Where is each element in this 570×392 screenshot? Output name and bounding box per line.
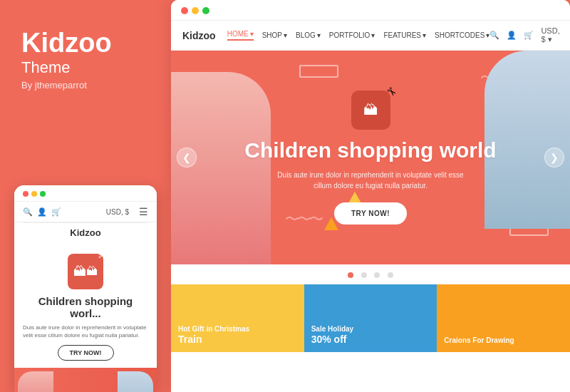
- search-icon[interactable]: 🔍: [489, 31, 499, 40]
- carousel-dot-1[interactable]: [348, 272, 353, 278]
- hero-next-arrow[interactable]: ❯: [544, 148, 564, 167]
- cart-icon[interactable]: 🛒: [524, 31, 534, 40]
- desktop-navbar: Kidzoo HOME ▾ SHOP ▾ BLOG ▾ PORTFOLIO ▾ …: [171, 21, 570, 51]
- kid-right-image: [484, 51, 570, 229]
- product-card-sale[interactable]: Sale Holiday 30% off: [304, 284, 437, 352]
- mobile-search-icon: 🔍: [23, 207, 33, 217]
- nav-icons-right: 🔍 👤 🛒 USD, $ ▾: [489, 26, 559, 44]
- mobile-dot-green: [40, 191, 46, 197]
- currency-selector[interactable]: USD, $ ▾: [541, 26, 559, 44]
- browser-dot-green: [202, 7, 209, 14]
- mobile-kid-right: [118, 371, 153, 392]
- nav-blog-chevron: ▾: [317, 31, 321, 39]
- mobile-dot-yellow: [31, 191, 37, 197]
- mobile-top-bar: [14, 185, 157, 202]
- product-card-sale-label: Sale Holiday: [311, 324, 430, 334]
- nav-blog[interactable]: BLOG ▾: [296, 30, 321, 41]
- hero-content: 🏔 ✂ Children shopping world Duis aute ir…: [244, 91, 496, 225]
- hero-scissors-icon: ✂: [383, 83, 400, 100]
- mobile-window-dots: [23, 191, 46, 197]
- nav-home[interactable]: HOME ▾: [227, 30, 254, 41]
- nav-home-chevron: ▾: [250, 30, 254, 38]
- left-panel: Kidzoo Theme By jthemeparrot 🔍 👤 🛒 USD, …: [0, 0, 175, 392]
- brand-title: Kidzoo: [21, 29, 153, 58]
- browser-bar: [171, 0, 570, 21]
- product-card-train[interactable]: Hot Gift in Christmas Train: [171, 284, 304, 352]
- user-icon[interactable]: 👤: [507, 31, 517, 40]
- mobile-hero-text: Duis aute irure dolor in reprehenderit i…: [14, 324, 157, 345]
- nav-portfolio[interactable]: PORTFOLIO ▾: [329, 30, 375, 41]
- mobile-mockup: 🔍 👤 🛒 USD, $ ☰ Kidzoo 🏔 ✂ Children shopp…: [14, 185, 157, 392]
- mobile-user-icon: 👤: [37, 207, 47, 217]
- browser-dots: [181, 7, 209, 14]
- browser-dot-red: [181, 7, 188, 14]
- product-card-train-sub: Train: [178, 334, 297, 345]
- hero-title: Children shopping world: [244, 138, 496, 163]
- hero-prev-arrow[interactable]: ❮: [177, 148, 197, 167]
- carousel-dots: [171, 264, 570, 284]
- mobile-dot-red: [23, 191, 28, 197]
- nav-shop-chevron: ▾: [284, 31, 287, 39]
- right-panel: Kidzoo HOME ▾ SHOP ▾ BLOG ▾ PORTFOLIO ▾ …: [171, 0, 570, 392]
- hero-section: 〜〜〜 〜〜〜 ❮ 🏔 ✂ Children shopping world Du…: [171, 51, 570, 264]
- nav-links: HOME ▾ SHOP ▾ BLOG ▾ PORTFOLIO ▾ FEATURE…: [227, 30, 490, 41]
- mobile-cta-area: TRY NOW!: [14, 345, 157, 361]
- product-card-sale-sub: 30% off: [311, 334, 430, 345]
- mobile-kid-left: [18, 371, 53, 392]
- mobile-nav: 🔍 👤 🛒 USD, $ ☰: [14, 202, 157, 222]
- nav-shortcodes[interactable]: SHORTCODES ▾: [435, 30, 489, 41]
- mobile-hero-heading: Children shopping worl...: [14, 295, 157, 324]
- carousel-dot-4[interactable]: [388, 272, 393, 278]
- product-cards: Hot Gift in Christmas Train Sale Holiday…: [171, 284, 570, 352]
- deco-rect-1: [299, 65, 338, 78]
- mobile-menu-icon[interactable]: ☰: [139, 206, 148, 217]
- hero-mountain-icon: 🏔: [363, 102, 378, 118]
- nav-features[interactable]: FEATURES ▾: [383, 30, 426, 41]
- browser-dot-yellow: [192, 7, 199, 14]
- carousel-dot-2[interactable]: [361, 272, 367, 278]
- mobile-logo-icon: 🏔 ✂: [68, 254, 103, 289]
- hero-subtitle: Duis aute irure dolor in reprehenderit i…: [271, 170, 470, 191]
- desktop-brand: Kidzoo: [182, 30, 216, 41]
- hero-logo: 🏔 ✂: [351, 91, 390, 130]
- currency-chevron: ▾: [548, 35, 552, 43]
- mobile-logo-area: 🏔 ✂: [14, 242, 157, 295]
- nav-shop[interactable]: SHOP ▾: [262, 30, 287, 41]
- brand-author: By jthemeparrot: [21, 80, 153, 91]
- carousel-dot-3[interactable]: [374, 272, 380, 278]
- mobile-scissors-icon: ✂: [98, 250, 107, 262]
- mobile-mountain-icon: 🏔: [86, 265, 98, 278]
- hero-cta-button[interactable]: TRY NOW!: [334, 202, 407, 225]
- mobile-hero-bg: [14, 368, 157, 392]
- product-card-crayons-label: Craions For Drawing: [444, 336, 563, 345]
- nav-features-chevron: ▾: [423, 31, 426, 39]
- mobile-brand: Kidzoo: [14, 223, 157, 242]
- product-card-train-label: Hot Gift in Christmas: [178, 324, 297, 334]
- mobile-cart-icon: 🛒: [51, 207, 61, 217]
- nav-portfolio-chevron: ▾: [371, 31, 375, 39]
- mobile-currency: USD, $: [106, 208, 129, 216]
- brand-subtitle: Theme: [21, 58, 153, 77]
- product-card-crayons[interactable]: Craions For Drawing: [437, 284, 570, 352]
- mobile-try-button[interactable]: TRY NOW!: [58, 345, 114, 361]
